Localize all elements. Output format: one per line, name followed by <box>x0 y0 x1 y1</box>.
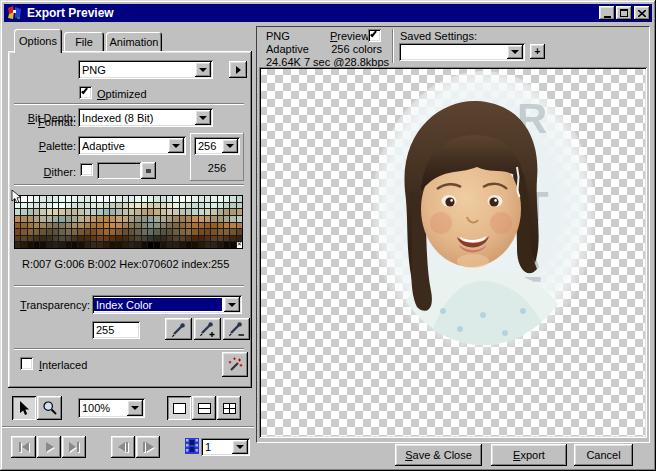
palette-swatch[interactable] <box>173 242 178 248</box>
palette-swatch[interactable] <box>72 229 77 235</box>
palette-swatch[interactable] <box>78 242 83 248</box>
palette-swatch[interactable] <box>211 223 216 229</box>
frame-number-dropdown[interactable]: 1 <box>201 438 250 456</box>
palette-swatch[interactable] <box>224 236 229 242</box>
palette-swatch[interactable] <box>91 216 96 222</box>
palette-swatch[interactable] <box>129 236 134 242</box>
palette-swatch[interactable] <box>116 203 121 209</box>
palette-swatch[interactable] <box>199 242 204 248</box>
palette-swatch[interactable] <box>161 216 166 222</box>
palette-swatch[interactable] <box>116 236 121 242</box>
palette-swatch[interactable] <box>167 203 172 209</box>
palette-swatch[interactable] <box>154 242 159 248</box>
palette-swatch[interactable] <box>116 196 121 202</box>
transparency-dropdown[interactable]: Index Color <box>92 295 242 314</box>
first-frame-button[interactable] <box>11 436 36 458</box>
palette-swatch[interactable] <box>230 196 235 202</box>
palette-swatch[interactable] <box>97 223 102 229</box>
palette-swatch[interactable] <box>154 223 159 229</box>
palette-swatch[interactable] <box>224 209 229 215</box>
palette-swatch[interactable] <box>123 203 128 209</box>
palette-swatch[interactable] <box>97 216 102 222</box>
palette-swatch[interactable] <box>15 236 20 242</box>
palette-swatch[interactable] <box>85 223 90 229</box>
palette-swatch[interactable] <box>15 229 20 235</box>
palette-swatch[interactable] <box>59 216 64 222</box>
palette-swatch[interactable] <box>116 223 121 229</box>
palette-swatch[interactable] <box>123 209 128 215</box>
optimized-checkbox[interactable] <box>79 86 92 99</box>
palette-swatch[interactable] <box>192 196 197 202</box>
palette-swatch[interactable] <box>135 236 140 242</box>
palette-swatch[interactable] <box>66 209 71 215</box>
saved-settings-dropdown[interactable] <box>399 43 525 61</box>
palette-swatch[interactable] <box>142 209 147 215</box>
palette-swatch[interactable] <box>230 242 235 248</box>
palette-swatch[interactable] <box>110 223 115 229</box>
palette-swatch[interactable] <box>161 196 166 202</box>
tab-options[interactable]: Options <box>14 29 62 53</box>
palette-swatch[interactable] <box>154 236 159 242</box>
palette-swatch[interactable] <box>47 223 52 229</box>
previous-frame-button[interactable] <box>111 436 135 458</box>
palette-swatch[interactable] <box>161 203 166 209</box>
palette-swatch[interactable] <box>224 196 229 202</box>
palette-swatch[interactable] <box>211 209 216 215</box>
palette-swatch[interactable] <box>154 229 159 235</box>
palette-swatch[interactable] <box>53 236 58 242</box>
palette-swatch[interactable] <box>104 242 109 248</box>
palette-swatch[interactable] <box>59 209 64 215</box>
dither-checkbox[interactable] <box>80 163 93 176</box>
palette-swatch[interactable] <box>72 203 77 209</box>
palette-swatch[interactable] <box>211 203 216 209</box>
palette-swatch[interactable] <box>47 229 52 235</box>
palette-swatch[interactable] <box>148 203 153 209</box>
palette-swatch[interactable] <box>28 223 33 229</box>
palette-swatch[interactable] <box>21 229 26 235</box>
palette-swatch[interactable] <box>161 223 166 229</box>
palette-swatch[interactable] <box>66 223 71 229</box>
palette-swatch[interactable] <box>205 209 210 215</box>
palette-swatch[interactable] <box>78 229 83 235</box>
palette-swatch[interactable] <box>230 229 235 235</box>
palette-swatch[interactable] <box>180 223 185 229</box>
zoom-tool-button[interactable] <box>37 396 62 420</box>
palette-swatch[interactable] <box>116 242 121 248</box>
palette-swatch[interactable] <box>34 236 39 242</box>
palette-swatch[interactable] <box>192 216 197 222</box>
palette-swatch[interactable] <box>218 223 223 229</box>
palette-swatch[interactable] <box>129 209 134 215</box>
palette-swatch[interactable] <box>186 203 191 209</box>
palette-swatch[interactable] <box>110 216 115 222</box>
palette-swatch[interactable] <box>224 203 229 209</box>
palette-swatch[interactable] <box>97 229 102 235</box>
palette-swatch[interactable] <box>180 242 185 248</box>
palette-swatch[interactable] <box>66 236 71 242</box>
palette-swatch[interactable] <box>167 223 172 229</box>
palette-swatch[interactable] <box>91 209 96 215</box>
palette-swatch[interactable] <box>199 229 204 235</box>
palette-swatch[interactable] <box>142 203 147 209</box>
palette-swatch[interactable] <box>135 196 140 202</box>
palette-swatch[interactable] <box>47 209 52 215</box>
interlaced-checkbox[interactable] <box>20 357 33 370</box>
palette-swatch[interactable] <box>218 203 223 209</box>
palette-swatch[interactable] <box>161 229 166 235</box>
palette-swatch[interactable] <box>205 203 210 209</box>
palette-swatch[interactable] <box>91 223 96 229</box>
bit-depth-dropdown-button[interactable] <box>195 110 211 125</box>
palette-swatch[interactable] <box>199 236 204 242</box>
palette-swatch[interactable] <box>59 223 64 229</box>
palette-swatch[interactable] <box>15 209 20 215</box>
palette-swatch[interactable] <box>135 216 140 222</box>
palette-swatch[interactable] <box>78 223 83 229</box>
palette-swatch[interactable] <box>91 242 96 248</box>
palette-swatch[interactable] <box>211 229 216 235</box>
color-count-dropdown[interactable]: 256 <box>194 137 240 155</box>
palette-swatch[interactable] <box>97 242 102 248</box>
palette-swatch[interactable] <box>72 223 77 229</box>
palette-swatch[interactable] <box>199 223 204 229</box>
format-dropdown-button[interactable] <box>195 62 211 77</box>
palette-swatch[interactable] <box>59 203 64 209</box>
palette-swatch[interactable] <box>211 236 216 242</box>
